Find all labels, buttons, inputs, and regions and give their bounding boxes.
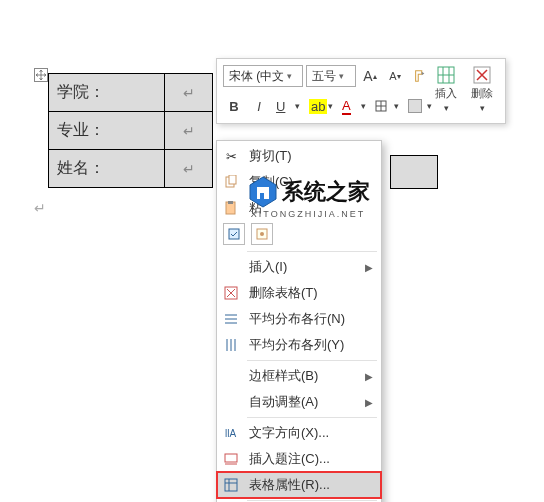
distribute-rows-icon xyxy=(221,309,241,329)
submenu-arrow-icon: ▶ xyxy=(365,262,373,273)
menu-distribute-cols[interactable]: 平均分布各列(Y) xyxy=(217,332,381,358)
font-size-select[interactable]: 五号▾ xyxy=(306,65,356,87)
svg-rect-23 xyxy=(225,454,237,462)
format-painter-button[interactable] xyxy=(409,65,431,87)
table-row: 姓名： ↵ xyxy=(49,150,213,188)
menu-insert[interactable]: 插入(I)▶ xyxy=(217,254,381,280)
caption-icon xyxy=(221,449,241,469)
context-menu: ✂ 剪切(T) 复制(C) 粘 插入(I)▶ 删除表格(T) 平均分布各行(N)… xyxy=(216,140,382,502)
svg-rect-12 xyxy=(229,229,239,239)
scissors-icon: ✂ xyxy=(221,146,241,166)
bold-button[interactable]: B xyxy=(223,95,245,117)
menu-distribute-rows[interactable]: 平均分布各行(N) xyxy=(217,306,381,332)
border-button[interactable]: ▾ xyxy=(372,95,402,117)
svg-rect-9 xyxy=(229,175,236,184)
cell-return[interactable]: ↵ xyxy=(165,112,213,150)
svg-rect-25 xyxy=(225,479,237,491)
submenu-arrow-icon: ▶ xyxy=(365,397,373,408)
paste-option-keep[interactable] xyxy=(223,223,245,245)
copy-icon xyxy=(221,172,241,192)
grow-font-button[interactable]: A▴ xyxy=(359,65,381,87)
table-row: 专业： ↵ xyxy=(49,112,213,150)
paragraph-mark: ↵ xyxy=(34,200,46,216)
svg-text:llA: llA xyxy=(225,428,236,439)
menu-copy[interactable]: 复制(C) xyxy=(217,169,381,195)
menu-autofit[interactable]: 自动调整(A)▶ xyxy=(217,389,381,415)
mini-toolbar: 宋体 (中文▾ 五号▾ A▴ A▾ B I U▾ ab▾ A▾ ▾ ▾ 插入▾ … xyxy=(216,58,506,124)
menu-table-properties[interactable]: 表格属性(R)... xyxy=(217,472,381,498)
chevron-down-icon: ▾ xyxy=(287,71,292,81)
menu-cut[interactable]: ✂ 剪切(T) xyxy=(217,143,381,169)
submenu-arrow-icon: ▶ xyxy=(365,371,373,382)
cell-return[interactable]: ↵ xyxy=(165,74,213,112)
menu-separator xyxy=(247,360,377,361)
cell-return[interactable]: ↵ xyxy=(165,150,213,188)
menu-border-style[interactable]: 边框样式(B)▶ xyxy=(217,363,381,389)
table-cell-fragment[interactable] xyxy=(390,155,438,189)
delete-button[interactable]: 删除▾ xyxy=(465,63,499,115)
menu-delete-table[interactable]: 删除表格(T) xyxy=(217,280,381,306)
underline-button[interactable]: U▾ xyxy=(273,95,303,117)
svg-rect-11 xyxy=(228,201,233,204)
menu-text-direction[interactable]: llA 文字方向(X)... xyxy=(217,420,381,446)
table-properties-icon xyxy=(221,475,241,495)
delete-table-icon xyxy=(221,283,241,303)
text-direction-icon: llA xyxy=(221,423,241,443)
highlight-button[interactable]: ab▾ xyxy=(306,95,336,117)
distribute-cols-icon xyxy=(221,335,241,355)
cell-label[interactable]: 姓名： xyxy=(49,150,165,188)
paste-icon xyxy=(221,198,241,218)
italic-button[interactable]: I xyxy=(248,95,270,117)
menu-separator xyxy=(247,251,377,252)
table-anchor-icon[interactable] xyxy=(34,68,48,82)
document-table[interactable]: 学院： ↵ 专业： ↵ 姓名： ↵ xyxy=(48,73,213,188)
paste-options-row xyxy=(217,221,381,249)
menu-insert-caption[interactable]: 插入题注(C)... xyxy=(217,446,381,472)
shrink-font-button[interactable]: A▾ xyxy=(384,65,406,87)
font-family-select[interactable]: 宋体 (中文▾ xyxy=(223,65,303,87)
document-canvas: 学院： ↵ 专业： ↵ 姓名： ↵ ↵ xyxy=(0,0,544,20)
insert-button[interactable]: 插入▾ xyxy=(429,63,463,115)
cell-label[interactable]: 专业： xyxy=(49,112,165,150)
menu-separator xyxy=(247,500,377,501)
cell-label[interactable]: 学院： xyxy=(49,74,165,112)
menu-separator xyxy=(247,417,377,418)
font-color-button[interactable]: A▾ xyxy=(339,95,369,117)
svg-point-14 xyxy=(260,232,264,236)
menu-paste-options[interactable]: 粘 xyxy=(217,195,381,221)
table-row: 学院： ↵ xyxy=(49,74,213,112)
chevron-down-icon: ▾ xyxy=(339,71,344,81)
paste-option-merge[interactable] xyxy=(251,223,273,245)
